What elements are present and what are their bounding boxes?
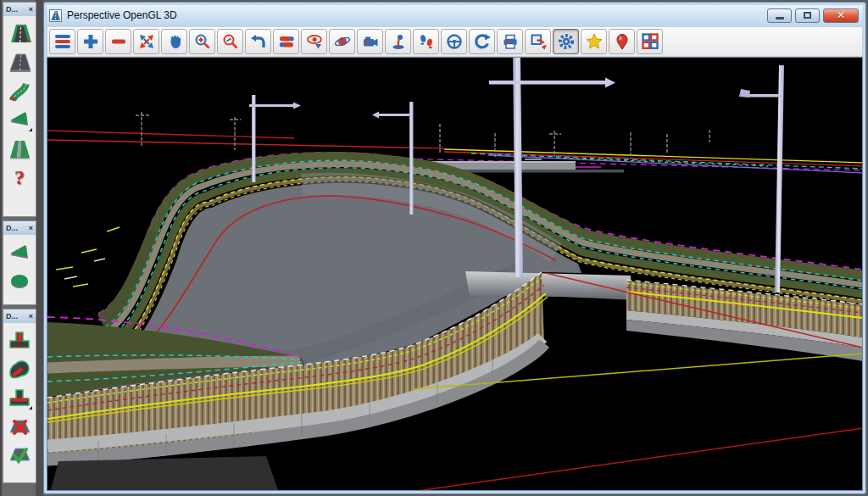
minimize-button[interactable] bbox=[767, 8, 792, 23]
maximize-icon bbox=[804, 12, 811, 19]
green-triangle-icon bbox=[8, 109, 31, 131]
close-icon[interactable]: × bbox=[29, 6, 33, 14]
titlebar[interactable]: Perspective OpenGL 3D ✕ bbox=[47, 5, 863, 25]
tool-surface-triangle[interactable] bbox=[5, 106, 34, 133]
rotate-view-button[interactable] bbox=[469, 29, 495, 54]
camera-button[interactable] bbox=[357, 29, 383, 54]
placemark-button[interactable] bbox=[609, 29, 635, 54]
steering-wheel-icon bbox=[446, 33, 463, 50]
tool-delete-road[interactable] bbox=[5, 413, 34, 440]
tool-road-design[interactable] bbox=[5, 20, 34, 47]
orbit-icon bbox=[334, 33, 351, 50]
viewport-3d-scene[interactable] bbox=[47, 58, 863, 491]
palette-title: D... bbox=[6, 312, 18, 320]
add-button[interactable] bbox=[77, 29, 103, 54]
fit-view-button[interactable] bbox=[133, 29, 159, 54]
close-icon: ✕ bbox=[837, 10, 845, 20]
green-disc-icon bbox=[8, 270, 31, 292]
palette-title: D... bbox=[6, 5, 18, 14]
road-accept-icon bbox=[8, 444, 31, 466]
tee-junction-bar-icon bbox=[8, 387, 31, 409]
print-button[interactable] bbox=[497, 29, 523, 54]
palette-titlebar[interactable]: D... × bbox=[3, 221, 36, 235]
dark-ground-patch bbox=[50, 456, 279, 491]
tool-accept-road[interactable] bbox=[5, 442, 34, 469]
tool-surface-disc[interactable] bbox=[5, 267, 34, 294]
tool-junction-tee[interactable] bbox=[5, 326, 34, 354]
tool-surface-triangle-2[interactable] bbox=[5, 238, 34, 265]
viewport-3d[interactable] bbox=[47, 57, 863, 491]
joystick-button[interactable] bbox=[385, 29, 411, 54]
view-menu-button[interactable] bbox=[49, 29, 75, 54]
menu-bars-icon bbox=[55, 35, 70, 48]
minimize-icon bbox=[776, 17, 784, 20]
palette-titlebar[interactable]: D... × bbox=[3, 309, 36, 323]
tool-help[interactable]: ? bbox=[5, 164, 34, 191]
gear-icon bbox=[558, 33, 575, 50]
favorites-button[interactable] bbox=[581, 29, 607, 54]
tool-cul-de-sac[interactable] bbox=[5, 355, 34, 382]
remove-button[interactable] bbox=[105, 29, 131, 54]
road-dark-icon bbox=[8, 51, 31, 73]
tee-junction-icon bbox=[8, 329, 31, 351]
zoom-in-icon bbox=[194, 33, 211, 50]
palette-titlebar[interactable]: D... × bbox=[3, 3, 36, 16]
maximize-button[interactable] bbox=[795, 8, 820, 23]
palette-title: D... bbox=[6, 224, 18, 232]
tool-dual-carriageway[interactable] bbox=[5, 135, 34, 162]
layout-squares-icon bbox=[642, 33, 659, 50]
palette-road-design: D... × bbox=[3, 2, 36, 217]
footsteps-icon bbox=[418, 33, 435, 50]
loop-road-icon bbox=[8, 358, 31, 380]
perspective-window: Perspective OpenGL 3D ✕ bbox=[43, 2, 866, 494]
rotate-arrow-icon bbox=[474, 33, 491, 50]
zoom-in-button[interactable] bbox=[189, 29, 215, 54]
palette-surfaces: D... × bbox=[3, 220, 36, 305]
map-pin-icon bbox=[614, 33, 631, 50]
drive-button[interactable] bbox=[441, 29, 467, 54]
road-delete-icon bbox=[8, 415, 31, 437]
window-icon bbox=[49, 9, 62, 22]
minus-icon bbox=[110, 33, 127, 50]
hand-icon bbox=[166, 33, 183, 50]
pan-button[interactable] bbox=[161, 29, 187, 54]
view-settings-button[interactable] bbox=[553, 29, 579, 54]
tool-dock: D... × bbox=[0, 0, 43, 496]
zoom-out-button[interactable] bbox=[217, 29, 243, 54]
tool-curved-road[interactable] bbox=[5, 77, 34, 104]
window-title: Perspective OpenGL 3D bbox=[67, 9, 177, 21]
copy-view-icon bbox=[530, 33, 547, 50]
view-toolbar bbox=[47, 26, 863, 57]
split-road-icon bbox=[8, 137, 31, 159]
rollers-icon bbox=[278, 33, 295, 50]
walk-button[interactable] bbox=[413, 29, 439, 54]
star-icon bbox=[586, 33, 603, 50]
zoom-out-icon bbox=[222, 33, 239, 50]
dynamic-view-button[interactable] bbox=[301, 29, 327, 54]
model-rollers-button[interactable] bbox=[273, 29, 299, 54]
view-layout-button[interactable] bbox=[637, 29, 663, 54]
tool-junction-edit[interactable] bbox=[5, 384, 34, 411]
eye-arrow-icon bbox=[306, 33, 323, 50]
road-green-icon bbox=[8, 22, 31, 44]
close-icon[interactable]: × bbox=[29, 225, 33, 232]
green-triangle-icon bbox=[8, 241, 31, 263]
printer-icon bbox=[502, 33, 519, 50]
palette-junctions: D... × bbox=[3, 309, 36, 483]
curve-road-icon bbox=[8, 80, 31, 102]
view-previous-button[interactable] bbox=[245, 29, 271, 54]
camera-icon bbox=[362, 33, 379, 50]
close-icon[interactable]: × bbox=[29, 313, 33, 320]
close-button[interactable]: ✕ bbox=[823, 8, 859, 23]
plus-icon bbox=[82, 33, 99, 50]
help-icon: ? bbox=[14, 166, 25, 189]
copy-view-button[interactable] bbox=[525, 29, 551, 54]
expand-arrows-icon bbox=[138, 33, 155, 50]
orbit-button[interactable] bbox=[329, 29, 355, 54]
undo-arrow-icon bbox=[250, 33, 267, 50]
tool-carriageway[interactable] bbox=[5, 48, 34, 75]
joystick-icon bbox=[390, 33, 407, 50]
